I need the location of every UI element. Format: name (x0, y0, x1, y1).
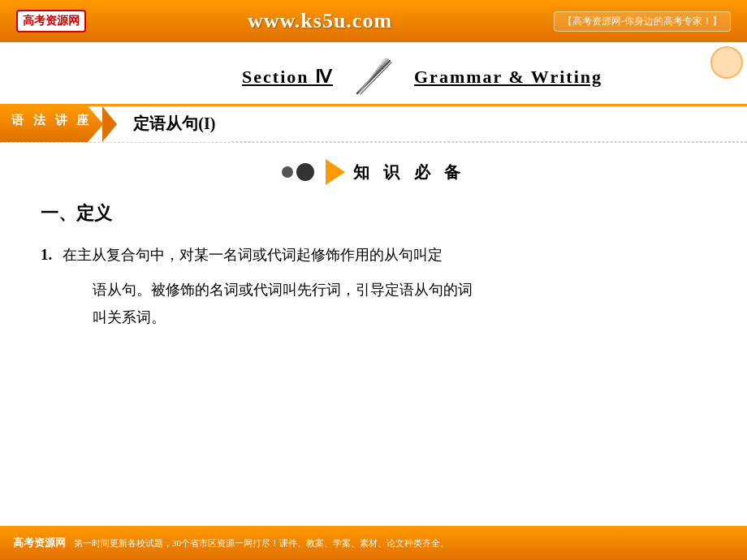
knowledge-section: 知 识 必 备 (0, 143, 747, 193)
dot-large (296, 163, 314, 181)
yufa-badge: 语 法 讲 座 (0, 106, 103, 142)
logo-box: 高考资源网 (16, 10, 86, 32)
main-content: Section Ⅳ Grammar & Writing 语 法 讲 座 定语从句… (0, 42, 747, 526)
section-title: Section Ⅳ (242, 67, 333, 88)
content-item-1-end: 叫关系词。 (63, 304, 706, 331)
content-item-1-cont: 语从句。被修饰的名词或代词叫先行词，引导定语从句的词 (63, 276, 706, 304)
grammar-writing-title: Grammar & Writing (414, 67, 602, 88)
pen-icon-area (349, 57, 398, 97)
knowledge-dots (282, 163, 314, 181)
section-left: Section Ⅳ (49, 67, 349, 88)
header-url: www.ks5u.com (248, 9, 392, 33)
svg-line-3 (362, 58, 385, 89)
content-item-1: 1. 在主从复合句中，对某一名词或代词起修饰作用的从句叫定 (41, 240, 706, 269)
svg-line-4 (361, 62, 391, 94)
deco-circle (710, 46, 743, 79)
header-slogan: 【高考资源网-你身边的高考专家！】 (554, 11, 731, 32)
lesson-title: 定语从句(I) (117, 106, 231, 142)
footer-bar: 高考资源网 第一时间更新各校试题，30个省市区资源一网打尽！课件、教案、学案、素… (0, 526, 747, 560)
pen-icon (349, 57, 398, 97)
footer-logo: 高考资源网 (13, 536, 66, 550)
item-number-1: 1. (41, 246, 52, 263)
section-right: Grammar & Writing (398, 67, 698, 88)
item1-text: 在主从复合句中，对某一名词或代词起修饰作用的从句叫定 (63, 247, 443, 263)
header-logo: 高考资源网 (16, 10, 86, 32)
part-one-title: 一、定义 (41, 201, 706, 226)
content-area: 一、定义 1. 在主从复合句中，对某一名词或代词起修饰作用的从句叫定 语从句。被… (0, 193, 747, 339)
logo-text: 高考资源网 (23, 15, 80, 27)
dot-small (282, 166, 293, 178)
section-row: Section Ⅳ Grammar & Writing (0, 42, 747, 104)
knowledge-label: 知 识 必 备 (353, 162, 466, 183)
header-bar: 高考资源网 www.ks5u.com 【高考资源网-你身边的高考专家！】 (0, 0, 747, 42)
footer-text: 第一时间更新各校试题，30个省市区资源一网打尽！课件、教案、学案、素材、论文种类… (74, 537, 449, 549)
arrow-right-icon (326, 159, 345, 185)
